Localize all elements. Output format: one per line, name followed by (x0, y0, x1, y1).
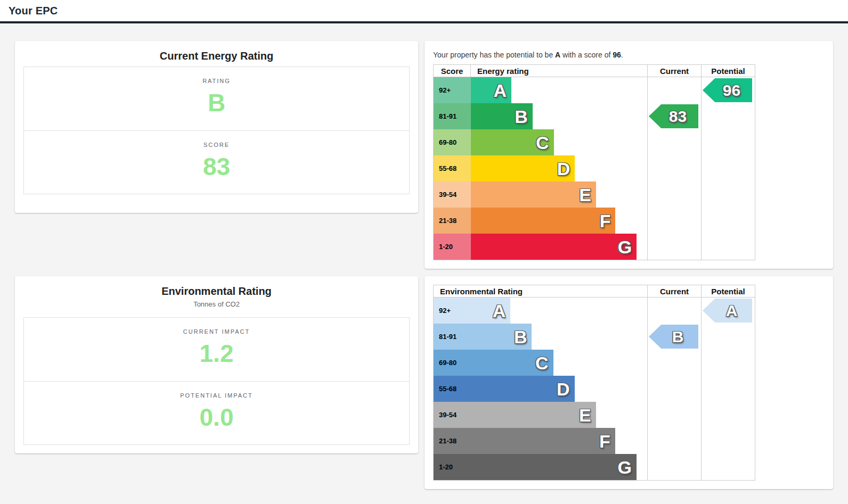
environmental-stat-box: CURRENT IMPACT 1.2 POTENTIAL IMPACT 0.0 (23, 317, 410, 445)
current-cell (647, 181, 701, 208)
band-letter: A (494, 81, 507, 100)
score-range: 92+ (434, 77, 471, 103)
score-range: 21-38 (439, 437, 456, 445)
band-letter: B (515, 108, 528, 126)
potential-impact-label: POTENTIAL IMPACT (180, 392, 253, 399)
score-label: SCORE (203, 142, 230, 148)
potential-rating-arrow: A (703, 299, 752, 323)
potential-cell (701, 234, 755, 260)
current-impact-value: 1.2 (200, 340, 234, 367)
current-cell (647, 402, 701, 428)
page-title: Your EPC (9, 5, 58, 17)
current-cell (647, 350, 701, 376)
band-letter: B (514, 328, 527, 346)
current-cell (647, 376, 701, 402)
environmental-table-header: Environmental Rating Current Potential (434, 285, 755, 298)
current-score-arrow: 83 (649, 104, 698, 128)
potential-cell (701, 454, 755, 480)
score-range: 21-38 (434, 208, 471, 234)
band-letter: E (579, 186, 591, 204)
band-letter: D (557, 160, 570, 178)
card-title: Current Energy Rating (23, 49, 410, 62)
env-band-row-d: 55-68D (434, 376, 755, 402)
band-letter: F (599, 432, 610, 450)
potential-cell (701, 155, 755, 181)
band-letter: E (579, 406, 591, 424)
current-cell (647, 155, 701, 181)
potential-cell (701, 103, 755, 129)
environmental-rating-table: Environmental Rating Current Potential 9… (433, 285, 755, 481)
potential-cell (701, 402, 755, 428)
energy-rating-chart-card: Your property has the potential to be A … (425, 41, 833, 269)
energy-band-row-e: 39-54 E (434, 181, 755, 208)
env-band-row-g: 1-20G (434, 454, 755, 480)
score-range: 39-54 (439, 411, 456, 419)
score-section: SCORE 83 (24, 130, 409, 194)
current-cell (647, 298, 701, 324)
potential-column-header: Potential (701, 285, 755, 297)
current-impact-section: CURRENT IMPACT 1.2 (24, 318, 409, 381)
env-band-row-a: 92+A A (434, 298, 755, 324)
potential-score-arrow: 96 (703, 78, 752, 102)
potential-cell (701, 129, 755, 155)
score-range: 81-91 (434, 103, 471, 129)
potential-impact-section: POTENTIAL IMPACT 0.0 (24, 381, 409, 444)
current-cell (647, 208, 701, 234)
band-letter: A (493, 302, 506, 320)
env-band-row-e: 39-54E (434, 402, 755, 428)
current-impact-label: CURRENT IMPACT (183, 328, 250, 335)
score-range: 92+ (439, 307, 451, 315)
potential-cell (701, 324, 755, 350)
potential-cell (701, 208, 755, 234)
score-range: 55-68 (439, 385, 456, 393)
score-range: 1-20 (439, 463, 453, 471)
band-letter: G (618, 238, 632, 256)
rating-value: B (208, 89, 225, 116)
current-column-header: Current (647, 285, 701, 297)
potential-score-inline: 96 (613, 51, 621, 59)
energy-band-row-g: 1-20 G (434, 234, 755, 260)
score-range: 69-80 (439, 359, 456, 367)
current-cell: 83 (647, 103, 701, 129)
energy-band-row-a: 92+ A 96 (434, 77, 755, 103)
potential-impact-value: 0.0 (200, 404, 234, 431)
band-letter: C (536, 134, 549, 152)
current-rating-arrow: B (649, 325, 698, 349)
score-range: 1-20 (434, 234, 471, 260)
potential-summary-text: Your property has the potential to be A … (433, 49, 825, 60)
environmental-rating-column-header: Environmental Rating (434, 285, 647, 297)
environmental-rating-chart-card: Environmental Rating Current Potential 9… (425, 276, 833, 489)
band-letter: C (535, 354, 549, 372)
environmental-rating-card: Environmental Rating Tonnes of CO2 CURRE… (15, 276, 418, 453)
band-letter: D (557, 380, 570, 398)
current-cell (647, 234, 701, 260)
rating-label: RATING (202, 78, 231, 84)
score-value: 83 (203, 153, 230, 180)
current-cell: B (647, 324, 701, 350)
energy-stat-box: RATING B SCORE 83 (23, 67, 410, 194)
potential-cell: A (701, 298, 755, 324)
potential-rating-inline: A (555, 51, 560, 59)
energy-rating-column-header: Energy rating (471, 65, 647, 77)
card-title: Environmental Rating (23, 285, 410, 298)
current-energy-rating-card: Current Energy Rating RATING B SCORE 83 (15, 41, 418, 213)
main-content: Current Energy Rating RATING B SCORE 83 … (0, 23, 848, 498)
potential-cell: 96 (701, 77, 755, 103)
env-band-row-c: 69-80C (434, 350, 755, 376)
energy-band-row-d: 55-68 D (434, 155, 755, 181)
energy-table-header: Score Energy rating Current Potential (434, 65, 755, 77)
score-range: 81-91 (439, 333, 456, 341)
current-cell (647, 454, 701, 480)
current-cell (647, 77, 701, 103)
current-cell (647, 129, 701, 155)
score-range: 39-54 (434, 181, 471, 208)
score-range: 55-68 (434, 155, 471, 181)
potential-cell (701, 181, 755, 208)
potential-cell (701, 376, 755, 402)
energy-band-row-b: 81-91 B 83 (434, 103, 755, 129)
energy-rating-table: Score Energy rating Current Potential 92… (433, 64, 755, 260)
band-letter: F (600, 212, 611, 230)
potential-cell (701, 428, 755, 454)
rating-section: RATING B (24, 67, 409, 130)
current-cell (647, 428, 701, 454)
